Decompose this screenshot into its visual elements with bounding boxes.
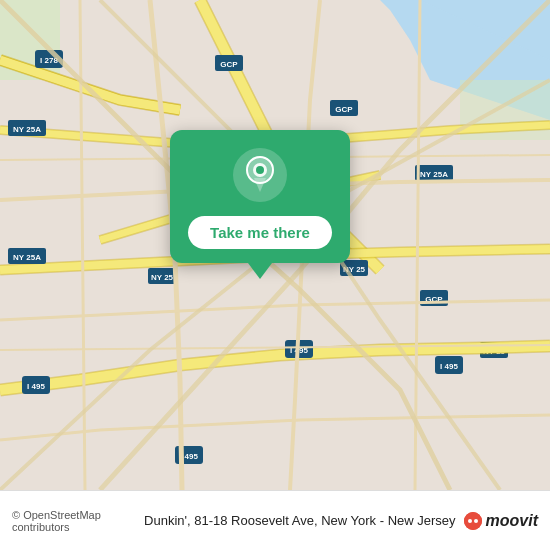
svg-text:I 495: I 495 bbox=[440, 362, 458, 371]
svg-text:GCP: GCP bbox=[220, 60, 238, 69]
location-popup: Take me there bbox=[155, 130, 365, 279]
location-pin-icon bbox=[244, 156, 276, 194]
take-me-there-button[interactable]: Take me there bbox=[188, 216, 332, 249]
svg-marker-38 bbox=[254, 178, 266, 192]
svg-text:I 495: I 495 bbox=[27, 382, 45, 391]
popup-card: Take me there bbox=[170, 130, 350, 263]
svg-point-41 bbox=[474, 519, 478, 523]
svg-text:GCP: GCP bbox=[335, 105, 353, 114]
svg-point-37 bbox=[256, 166, 264, 174]
svg-text:NY 25A: NY 25A bbox=[13, 125, 41, 134]
location-icon-wrapper bbox=[233, 148, 287, 202]
location-name: Dunkin', 81-18 Roosevelt Ave, New York -… bbox=[144, 513, 456, 528]
popup-tail bbox=[248, 263, 272, 279]
moovit-logo: moovit bbox=[464, 512, 538, 530]
moovit-brand-text: moovit bbox=[486, 512, 538, 530]
moovit-dot-icon bbox=[464, 512, 482, 530]
svg-text:NY 25A: NY 25A bbox=[13, 253, 41, 262]
copyright-text: © OpenStreetMap contributors bbox=[12, 509, 136, 533]
map-view: I 278 NY 25A GCP GCP GCP NY 25A NY 25 bbox=[0, 0, 550, 490]
bottom-bar: © OpenStreetMap contributors Dunkin', 81… bbox=[0, 490, 550, 550]
svg-point-39 bbox=[464, 512, 482, 530]
svg-text:NY 25A: NY 25A bbox=[420, 170, 448, 179]
svg-point-40 bbox=[468, 519, 472, 523]
